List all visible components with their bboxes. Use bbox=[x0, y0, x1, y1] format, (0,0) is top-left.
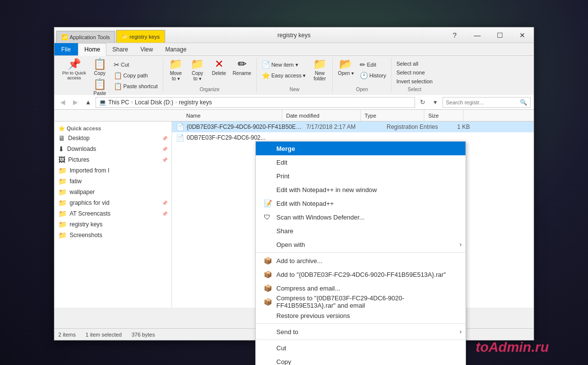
easy-access-icon: ⭐ bbox=[262, 72, 270, 79]
copy-path-button[interactable]: 📋 Copy path bbox=[112, 71, 160, 80]
ctx-share[interactable]: Share bbox=[256, 224, 466, 238]
paste-shortcut-icon: 📋 bbox=[114, 82, 122, 90]
column-headers: Name Date modified Type Size bbox=[54, 110, 534, 122]
ctx-scan-defender[interactable]: 🛡 Scan with Windows Defender... bbox=[256, 210, 466, 224]
address-path[interactable]: 💻 This PC › Local Disk (D:) › registry k… bbox=[96, 97, 415, 108]
sidebar-item-registry-keys[interactable]: 📁 registry keys bbox=[54, 219, 172, 230]
downloads-icon: ⬇ bbox=[58, 145, 64, 153]
rename-icon: ✏ bbox=[238, 59, 246, 70]
col-type[interactable]: Type bbox=[361, 110, 424, 121]
sidebar-item-wallpaper[interactable]: 📁 wallpaper bbox=[54, 187, 172, 197]
sidebar: ⭐ Quick access 🖥 Desktop ⬇ Downloads 🖼 P… bbox=[54, 122, 172, 308]
new-group-label: New bbox=[290, 87, 299, 92]
title-bar: 📁 Application Tools 📁 registry keys regi… bbox=[54, 27, 534, 43]
sidebar-item-screenshots[interactable]: 📁 Screenshots bbox=[54, 230, 172, 241]
copy-to-button[interactable]: 📁 Copyto ▾ bbox=[188, 58, 207, 82]
ctx-send-to[interactable]: Send to › bbox=[256, 325, 466, 339]
history-button[interactable]: 🕐 History bbox=[358, 71, 388, 80]
sidebar-item-desktop[interactable]: 🖥 Desktop bbox=[54, 133, 172, 144]
ctx-add-rar[interactable]: 📦 Add to "{0DB7E03F-FC29-4DC6-9020-FF41B… bbox=[256, 268, 466, 281]
ctx-edit-notepad[interactable]: 📝 Edit with Notepad++ bbox=[256, 196, 466, 210]
ctx-merge[interactable]: Merge bbox=[256, 142, 466, 155]
search-input[interactable] bbox=[446, 99, 518, 105]
select-all-button[interactable]: Select all bbox=[394, 60, 435, 68]
new-folder-button[interactable]: 📁 Newfolder bbox=[310, 58, 329, 82]
tab-registry-keys[interactable]: 📁 registry keys bbox=[116, 30, 165, 43]
ctx-restore-versions[interactable]: Restore previous versions bbox=[256, 309, 466, 322]
paste-button[interactable]: 📋 Paste bbox=[90, 78, 110, 97]
tab-share[interactable]: Share bbox=[106, 43, 134, 55]
sidebar-item-pictures[interactable]: 🖼 Pictures bbox=[54, 154, 172, 165]
sidebar-item-fatiw[interactable]: 📁 fatiw bbox=[54, 176, 172, 187]
tab-view[interactable]: View bbox=[134, 43, 159, 55]
compress-email-icon: 📦 bbox=[264, 284, 272, 292]
ribbon-group-open: 📂 Open ▾ ✏ Edit 🕐 History Open bbox=[333, 58, 391, 92]
easy-access-button[interactable]: ⭐ Easy access ▾ bbox=[260, 71, 308, 80]
back-button[interactable]: ◀ bbox=[57, 97, 68, 108]
minimize-button[interactable]: — bbox=[466, 27, 489, 43]
open-icon: 📂 bbox=[339, 59, 352, 70]
ctx-print[interactable]: Print bbox=[256, 169, 466, 183]
ctx-sep-2 bbox=[256, 323, 466, 324]
rename-button[interactable]: ✏ Rename bbox=[231, 58, 253, 77]
sidebar-item-imported[interactable]: 📁 Imported from I bbox=[54, 165, 172, 176]
ctx-compress-email[interactable]: 📦 Compress and email... bbox=[256, 281, 466, 295]
ctx-open-with[interactable]: Open with › bbox=[256, 238, 466, 251]
address-bar: ◀ ▶ ▲ 💻 This PC › Local Disk (D:) › regi… bbox=[54, 95, 534, 110]
help-button[interactable]: ? bbox=[443, 27, 466, 43]
close-button[interactable]: ✕ bbox=[511, 27, 534, 43]
sidebar-item-downloads[interactable]: ⬇ Downloads bbox=[54, 144, 172, 154]
edit-button[interactable]: ✏ Edit bbox=[358, 60, 388, 70]
sidebar-item-graphics[interactable]: 📁 graphics for vid bbox=[54, 197, 172, 208]
fatiw-folder-icon: 📁 bbox=[58, 177, 67, 185]
ribbon-group-select: Select all Select none Invert selection … bbox=[392, 58, 438, 92]
ctx-add-archive[interactable]: 📦 Add to archive... bbox=[256, 254, 466, 268]
file-icon-1: 📄 bbox=[176, 123, 185, 131]
cut-icon: ✂ bbox=[114, 61, 120, 69]
up-button[interactable]: ▲ bbox=[83, 97, 94, 108]
imported-folder-icon: 📁 bbox=[58, 167, 67, 174]
open-button[interactable]: 📂 Open ▾ bbox=[336, 58, 355, 77]
status-count: 2 items bbox=[58, 332, 75, 338]
ctx-edit-notepad-new-window[interactable]: Edit with Notepad++ in new window bbox=[256, 183, 466, 196]
refresh-button[interactable]: ↻ bbox=[417, 97, 428, 108]
dropdown-button[interactable]: ▾ bbox=[430, 97, 441, 108]
window-controls: ? — ☐ ✕ bbox=[443, 27, 534, 43]
tab-home[interactable]: Home bbox=[78, 43, 106, 56]
ctx-edit[interactable]: Edit bbox=[256, 155, 466, 169]
ctx-cut[interactable]: Cut bbox=[256, 341, 466, 355]
graphics-folder-icon: 📁 bbox=[58, 199, 67, 207]
sidebar-item-screencasts[interactable]: 📁 AT Screencasts bbox=[54, 208, 172, 219]
window-title: registry keys bbox=[277, 32, 310, 39]
tab-manage[interactable]: Manage bbox=[159, 43, 193, 55]
ctx-compress-rar-email[interactable]: 📦 Compress to "{0DB7E03F-FC29-4DC6-9020-… bbox=[256, 295, 466, 309]
col-date[interactable]: Date modified bbox=[282, 110, 361, 121]
new-item-button[interactable]: 📄 New item ▾ bbox=[260, 60, 308, 70]
tab-application-tools[interactable]: 📁 Application Tools bbox=[56, 31, 115, 43]
move-to-button[interactable]: 📁 Moveto ▾ bbox=[166, 58, 186, 82]
col-size[interactable]: Size bbox=[424, 110, 464, 121]
restore-button[interactable]: ☐ bbox=[489, 27, 511, 43]
delete-button[interactable]: ✕ Delete bbox=[209, 58, 229, 77]
forward-button[interactable]: ▶ bbox=[70, 97, 81, 108]
pin-to-quick-access-button[interactable]: 📌 Pin to Quickaccess bbox=[60, 58, 88, 81]
col-name[interactable]: Name bbox=[184, 110, 282, 121]
invert-selection-button[interactable]: Invert selection bbox=[394, 77, 435, 85]
file-item-1[interactable]: 📄 {0DB7E03F-FC29-4DC6-9020-FF41B50E51...… bbox=[172, 122, 534, 132]
send-to-arrow: › bbox=[460, 328, 462, 335]
ribbon-group-clipboard: 📌 Pin to Quickaccess 📋 Copy 📋 Paste bbox=[57, 58, 163, 92]
explorer-window: 📁 Application Tools 📁 registry keys regi… bbox=[54, 27, 534, 341]
pictures-icon: 🖼 bbox=[58, 156, 65, 164]
ctx-copy[interactable]: Copy bbox=[256, 355, 466, 365]
file-icon-2: 📄 bbox=[176, 134, 185, 142]
copy-button[interactable]: 📋 Copy bbox=[90, 58, 110, 77]
title-bar-tabs: 📁 Application Tools 📁 registry keys bbox=[56, 27, 166, 43]
registry-folder-icon: 📁 bbox=[58, 220, 67, 228]
ribbon-group-organize: 📁 Moveto ▾ 📁 Copyto ▾ ✕ Delete ✏ Rename … bbox=[163, 58, 257, 92]
search-icon: 🔍 bbox=[520, 99, 527, 106]
cut-button[interactable]: ✂ Cut bbox=[112, 60, 160, 70]
select-none-button[interactable]: Select none bbox=[394, 69, 435, 76]
open-group-label: Open bbox=[356, 87, 368, 92]
paste-shortcut-button[interactable]: 📋 Paste shortcut bbox=[112, 81, 160, 91]
tab-file[interactable]: File bbox=[54, 43, 78, 55]
